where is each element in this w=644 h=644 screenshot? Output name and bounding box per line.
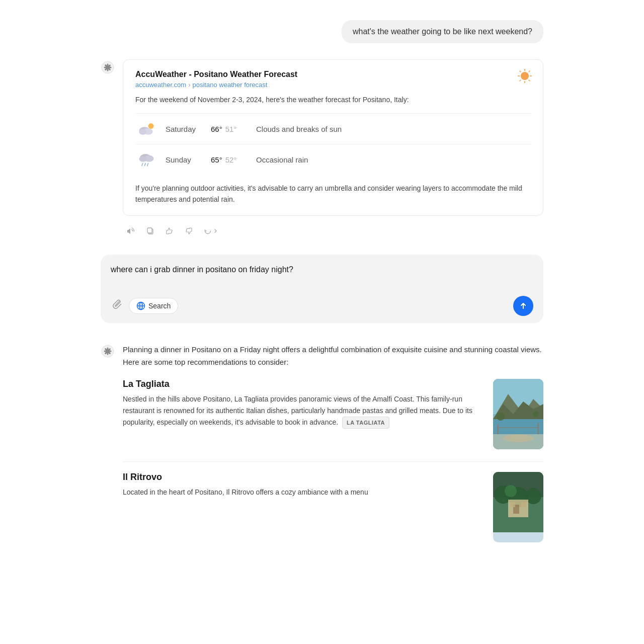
refresh-button[interactable]	[200, 224, 222, 238]
svg-line-7	[520, 80, 521, 82]
user-message-1: what's the weather going to be like next…	[101, 20, 543, 43]
globe-icon	[136, 301, 145, 310]
svg-point-42	[505, 485, 517, 497]
action-bar	[123, 224, 543, 238]
svg-rect-45	[510, 502, 515, 507]
rain-icon	[135, 150, 157, 169]
assistant-content-1: AccuWeather - Positano Weather Forecast …	[123, 59, 543, 238]
restaurant-desc-il-ritrovo: Located in the heart of Positano, Il Rit…	[123, 487, 483, 498]
svg-point-0	[521, 72, 529, 80]
restaurant-image-il-ritrovo	[493, 472, 543, 542]
assistant-avatar	[101, 60, 115, 74]
sunday-low: 52°	[225, 155, 237, 164]
restaurant-tag-la-tagliata: LA TAGLIATA	[342, 417, 389, 429]
restaurant-info-la-tagliata: La Tagliata Nestled in the hills above P…	[123, 379, 483, 449]
saturday-desc: Clouds and breaks of sun	[256, 125, 342, 133]
svg-line-18	[147, 163, 148, 166]
sunday-desc: Occasional rain	[256, 155, 308, 164]
restaurant-image-la-tagliata	[493, 379, 543, 449]
weather-row-sunday: Sunday 65° 52° Occasional rain	[135, 144, 531, 175]
svg-rect-20	[147, 228, 152, 233]
sunday-label: Sunday	[166, 155, 211, 164]
svg-line-16	[142, 163, 143, 166]
saturday-high: 66°	[211, 125, 222, 133]
input-toolbar: Search	[111, 296, 533, 316]
user-bubble-1: what's the weather going to be like next…	[342, 20, 543, 43]
attach-button[interactable]	[111, 297, 125, 314]
svg-point-15	[139, 156, 146, 162]
svg-line-17	[144, 163, 145, 166]
weather-row-saturday: Saturday 66° 51° Clouds and breaks of su…	[135, 113, 531, 144]
restaurant-card-la-tagliata: La Tagliata Nestled in the hills above P…	[123, 379, 543, 449]
restaurant-divider	[123, 461, 543, 462]
saturday-low: 51°	[225, 125, 237, 133]
thumbs-up-button[interactable]	[162, 224, 178, 238]
copy-button[interactable]	[142, 224, 158, 238]
response-intro: Planning a dinner in Positano on a Frida…	[123, 343, 543, 369]
input-area: where can i grab dinner in positano on f…	[101, 255, 543, 323]
source-card: AccuWeather - Positano Weather Forecast …	[123, 59, 543, 216]
url-domain: accuweather.com	[135, 81, 186, 89]
source-footer: If you're planning outdoor activities, i…	[135, 183, 531, 205]
svg-line-6	[529, 80, 530, 82]
search-label: Search	[148, 302, 171, 310]
sun-icon	[517, 68, 533, 84]
svg-line-5	[520, 71, 521, 72]
url-path: positano weather forecast	[193, 81, 268, 89]
svg-point-12	[139, 129, 146, 135]
sunday-high: 65°	[211, 155, 222, 164]
svg-point-33	[533, 411, 539, 417]
sunday-temps: 65° 52°	[211, 155, 256, 164]
restaurant-name-la-tagliata: La Tagliata	[123, 379, 483, 389]
thumbs-down-button[interactable]	[181, 224, 197, 238]
restaurant-desc-la-tagliata: Nestled in the hills above Positano, La …	[123, 393, 483, 429]
svg-point-31	[503, 434, 533, 442]
restaurant-name-il-ritrovo: Il Ritrovo	[123, 472, 483, 482]
svg-rect-46	[521, 502, 526, 507]
saturday-temps: 66° 51°	[211, 125, 256, 133]
source-title: AccuWeather - Positano Weather Forecast	[135, 70, 531, 79]
send-button[interactable]	[513, 296, 533, 316]
input-left-tools: Search	[111, 297, 178, 314]
assistant-content-2: Planning a dinner in Positano on a Frida…	[123, 343, 543, 554]
restaurant-card-il-ritrovo: Il Ritrovo Located in the heart of Posit…	[123, 472, 543, 542]
svg-point-32	[497, 413, 505, 421]
speaker-button[interactable]	[123, 224, 139, 238]
cloud-sun-icon	[135, 120, 157, 138]
source-url[interactable]: accuweather.com › positano weather forec…	[135, 81, 531, 89]
restaurant-info-il-ritrovo: Il Ritrovo Located in the heart of Posit…	[123, 472, 483, 542]
assistant-avatar-2	[101, 344, 115, 358]
svg-line-8	[529, 71, 530, 72]
assistant-response-2: Planning a dinner in Positano on a Frida…	[101, 343, 543, 554]
saturday-label: Saturday	[166, 125, 211, 133]
search-pill[interactable]: Search	[129, 298, 178, 314]
breadcrumb-sep: ›	[188, 81, 190, 89]
chat-input[interactable]: where can i grab dinner in positano on f…	[111, 264, 533, 288]
assistant-response-1: AccuWeather - Positano Weather Forecast …	[101, 59, 543, 238]
svg-point-9	[148, 123, 154, 129]
svg-rect-35	[537, 423, 539, 434]
source-intro: For the weekend of November 2-3, 2024, h…	[135, 95, 531, 105]
svg-rect-34	[497, 424, 499, 434]
